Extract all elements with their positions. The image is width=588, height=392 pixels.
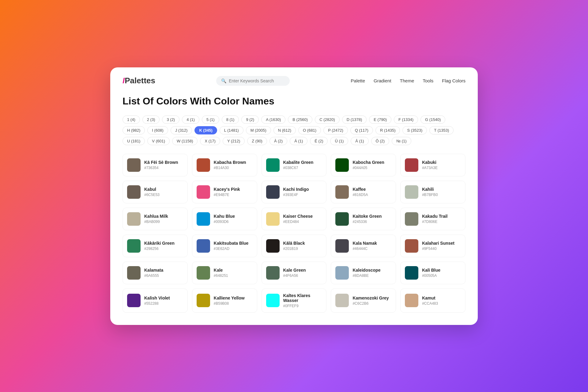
filter-btn[interactable]: A (1630)	[261, 115, 285, 124]
filter-btn[interactable]: 8 (1)	[222, 115, 239, 124]
color-card[interactable]: Kale Green#4F6A56	[262, 262, 327, 284]
filter-btn[interactable]: À (2)	[270, 137, 287, 145]
color-info: Kalahari Sunset#9F5440	[422, 241, 454, 251]
filter-btn[interactable]: O (681)	[298, 126, 321, 134]
color-swatch	[127, 294, 141, 307]
filter-btn[interactable]: E (790)	[369, 115, 391, 124]
color-card[interactable]: Kabul#6C5E53	[123, 181, 188, 203]
filter-btn[interactable]: T (1353)	[429, 126, 454, 134]
color-name: Kahu Blue	[214, 214, 235, 219]
filter-btn[interactable]: 1 (4)	[123, 115, 140, 124]
logo-palettes: Palettes	[125, 76, 155, 85]
filter-btn[interactable]: U (181)	[123, 137, 145, 145]
filter-btn[interactable]: 5 (1)	[202, 115, 219, 124]
color-name: Kalahari Sunset	[422, 241, 454, 246]
filter-btn[interactable]: P (2472)	[323, 126, 348, 134]
color-card[interactable]: Kākāriki Green#298256	[123, 235, 188, 257]
color-card[interactable]: Kalish Violet#552288	[123, 288, 188, 313]
filter-btn[interactable]: 4 (1)	[182, 115, 199, 124]
filter-btn[interactable]: Û (1)	[330, 137, 348, 145]
color-card[interactable]: Kalliene Yellow#B59B08	[192, 288, 257, 313]
color-card[interactable]: Kahu Blue#0093D6	[192, 208, 257, 230]
filter-btn[interactable]: 2 (3)	[142, 115, 160, 124]
filter-btn[interactable]: Ô (2)	[371, 137, 390, 145]
color-info: Kabuki#A73A3E	[422, 160, 438, 170]
filter-btn[interactable]: K (345)	[194, 126, 217, 134]
nav-theme[interactable]: Theme	[400, 78, 414, 83]
color-card[interactable]: Kā Fēi Sè Brown#736354	[123, 154, 188, 176]
color-card[interactable]: Kalamata#6A6555	[123, 262, 188, 284]
color-card[interactable]: Kaitoke Green#245336	[331, 208, 396, 230]
filter-btn[interactable]: F (1334)	[394, 115, 418, 124]
nav-gradient[interactable]: Gradient	[374, 78, 391, 83]
color-card[interactable]: Kālā Black#201B19	[262, 235, 327, 257]
filter-btn[interactable]: M (2005)	[246, 126, 271, 134]
search-box[interactable]: 🔍	[216, 76, 290, 86]
filter-btn[interactable]: N (612)	[273, 126, 296, 134]
filter-btn[interactable]: J (312)	[171, 126, 192, 134]
color-swatch	[127, 239, 141, 253]
color-info: Kahlua Milk#BAB099	[144, 214, 168, 224]
filter-btn[interactable]: W (1158)	[172, 137, 198, 145]
filter-btn[interactable]: G (1540)	[420, 115, 445, 124]
filter-btn[interactable]: X (17)	[200, 137, 220, 145]
color-card[interactable]: Kaffee#816D5A	[331, 181, 396, 203]
nav-palette[interactable]: Palette	[351, 78, 365, 83]
color-card[interactable]: Kaiser Cheese#EED484	[262, 208, 327, 230]
color-name: Kaffee	[352, 187, 368, 192]
color-name: Kā Fēi Sè Brown	[144, 160, 178, 165]
color-name: Kalliene Yellow	[214, 296, 245, 300]
color-card[interactable]: Kacey's Pink#E94B7E	[192, 181, 257, 203]
color-card[interactable]: Kahili#B7BFB0	[400, 181, 466, 203]
filter-btn[interactable]: H (982)	[123, 126, 145, 134]
logo: IPalettes	[123, 76, 155, 85]
color-info: Kalamata#6A6555	[144, 268, 163, 278]
filter-btn[interactable]: V (601)	[147, 137, 170, 145]
color-hex: #8DA8BE	[352, 273, 380, 278]
color-card[interactable]: Kahlua Milk#BAB099	[123, 208, 188, 230]
filter-btn[interactable]: Á (1)	[290, 137, 307, 145]
color-card[interactable]: Kale#648251	[192, 262, 257, 284]
filter-btn[interactable]: 9 (2)	[241, 115, 259, 124]
filter-btn[interactable]: № (1)	[392, 137, 411, 145]
filter-btn[interactable]: Q (117)	[350, 126, 373, 134]
color-card[interactable]: Kabuki#A73A3E	[400, 154, 466, 176]
filter-btn[interactable]: É (2)	[310, 137, 328, 145]
filter-btn[interactable]: I (608)	[147, 126, 168, 134]
filter-btn[interactable]: D (1378)	[342, 115, 367, 124]
color-info: Kacey's Pink#E94B7E	[214, 187, 240, 197]
color-hex: #B14A30	[214, 166, 246, 170]
filter-btn[interactable]: Ā (1)	[351, 137, 368, 145]
color-card[interactable]: Kakitsubata Blue#3E62AD	[192, 235, 257, 257]
filter-btn[interactable]: Z (90)	[247, 137, 267, 145]
color-card[interactable]: Kabacha Brown#B14A30	[192, 154, 257, 176]
color-hex: #C6C2B6	[352, 301, 389, 306]
color-card[interactable]: Kaleidoscope#8DA8BE	[331, 262, 396, 284]
filter-btn[interactable]: R (1435)	[375, 126, 400, 134]
color-card[interactable]: Kamut#CCA483	[400, 288, 466, 313]
filter-btn[interactable]: 3 (2)	[162, 115, 179, 124]
filter-btn[interactable]: B (2560)	[288, 115, 312, 124]
color-card[interactable]: Kachi Indigo#393E4F	[262, 181, 327, 203]
color-card[interactable]: Kalahari Sunset#9F5440	[400, 235, 466, 257]
color-hex: #B59B08	[214, 301, 245, 306]
color-card[interactable]: Kamenozoki Grey#C6C2B6	[331, 288, 396, 313]
color-info: Kaitoke Green#245336	[352, 214, 382, 224]
nav-flag-colors[interactable]: Flag Colors	[442, 78, 466, 83]
filter-btn[interactable]: Y (212)	[223, 137, 245, 145]
filter-btn[interactable]: L (1481)	[220, 126, 243, 134]
color-hex: #3E62AD	[214, 247, 249, 251]
filter-btn[interactable]: S (3523)	[402, 126, 427, 134]
color-card[interactable]: Kala Namak#46444C	[331, 235, 396, 257]
nav-tools[interactable]: Tools	[423, 78, 433, 83]
color-card[interactable]: Kali Blue#00505A	[400, 262, 466, 284]
filter-btn[interactable]: C (2820)	[315, 115, 340, 124]
color-hex: #EED484	[283, 220, 313, 224]
color-card[interactable]: Kabalite Green#038C67	[262, 154, 327, 176]
color-card[interactable]: Kabocha Green#044A05	[331, 154, 396, 176]
color-name: Kamut	[422, 296, 438, 300]
color-card[interactable]: Kaltes Klares Wasser#0FFEF9	[262, 288, 327, 313]
color-name: Kākāriki Green	[144, 241, 175, 246]
search-input[interactable]	[229, 78, 285, 83]
color-card[interactable]: Kakadu Trail#7D806E	[400, 208, 466, 230]
